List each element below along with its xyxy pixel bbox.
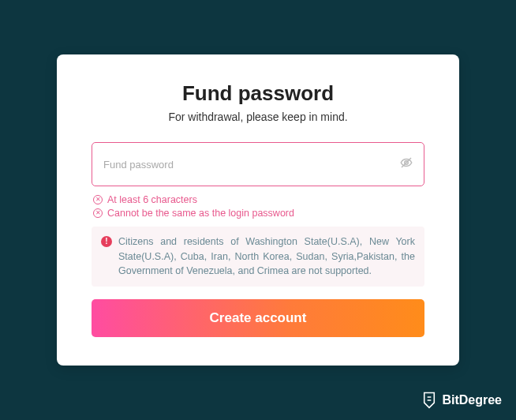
fund-password-card: Fund password For withdrawal, please kee… xyxy=(57,54,459,366)
brand-name: BitDegree xyxy=(442,393,502,407)
brand-logo-icon xyxy=(421,392,437,409)
validation-text: Cannot be the same as the login password xyxy=(107,208,294,219)
page-title: Fund password xyxy=(92,81,424,106)
validation-rule: ✕ At least 6 characters xyxy=(92,194,424,205)
toggle-visibility-icon[interactable] xyxy=(399,156,413,173)
brand-badge: BitDegree xyxy=(421,392,502,409)
x-icon: ✕ xyxy=(93,195,103,204)
page-subtitle: For withdrawal, please keep in mind. xyxy=(92,111,424,123)
password-input-wrap xyxy=(92,142,424,186)
warning-icon: ! xyxy=(101,236,112,247)
create-account-button[interactable]: Create account xyxy=(92,299,424,337)
validation-rule: ✕ Cannot be the same as the login passwo… xyxy=(92,208,424,219)
x-icon: ✕ xyxy=(93,208,103,218)
warning-text: Citizens and residents of Washington Sta… xyxy=(118,234,415,279)
validation-list: ✕ At least 6 characters ✕ Cannot be the … xyxy=(92,194,424,219)
fund-password-input[interactable] xyxy=(92,142,424,186)
restriction-warning: ! Citizens and residents of Washington S… xyxy=(92,227,424,287)
validation-text: At least 6 characters xyxy=(107,194,197,205)
